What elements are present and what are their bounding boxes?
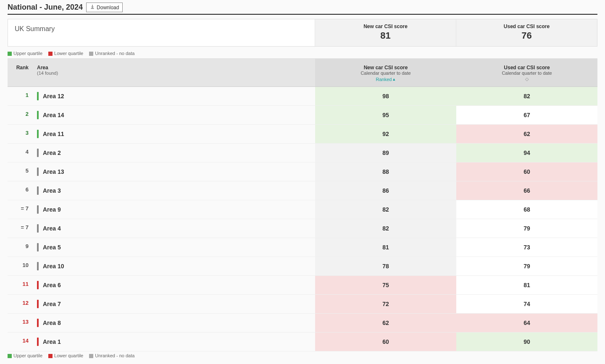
chevron-up-icon: ▴	[393, 76, 395, 82]
table-row[interactable]: 14Area 16090	[8, 333, 597, 351]
legend-top: Upper quartile Lower quartile Unranked -…	[8, 49, 597, 58]
rank-cell: 12	[8, 295, 33, 313]
table-header: Rank Area (14 found) New car CSI score C…	[8, 58, 597, 87]
used-score-cell: 74	[456, 295, 597, 313]
table-row[interactable]: 13Area 86264	[8, 314, 597, 333]
area-cell[interactable]: Area 2	[33, 144, 315, 162]
area-name: Area 4	[43, 225, 61, 232]
new-score-cell: 89	[315, 144, 456, 162]
summary-used-title: Used car CSI score	[456, 24, 597, 29]
legend-unranked: Unranked - no data	[89, 51, 134, 56]
title-row: National - June, 2024 Download	[8, 3, 597, 15]
used-score-cell: 79	[456, 257, 597, 275]
new-score-cell: 60	[315, 333, 456, 351]
used-score-cell: 64	[456, 314, 597, 332]
area-name: Area 7	[43, 301, 61, 307]
table-row[interactable]: 10Area 107879	[8, 257, 597, 276]
area-name: Area 12	[43, 93, 64, 100]
sort-new-score[interactable]: Ranked ▴	[376, 76, 396, 82]
quartile-bar-icon	[37, 224, 39, 233]
table-row[interactable]: 5Area 138860	[8, 162, 597, 181]
table-row[interactable]: 4Area 28994	[8, 144, 597, 162]
swatch-lower-icon	[48, 52, 53, 56]
rank-cell: 1	[8, 87, 33, 105]
area-name: Area 8	[43, 319, 61, 326]
used-score-cell: 81	[456, 276, 597, 294]
quartile-bar-icon	[37, 262, 39, 270]
area-cell[interactable]: Area 9	[33, 200, 315, 219]
area-cell[interactable]: Area 8	[33, 314, 315, 332]
quartile-bar-icon	[37, 130, 39, 138]
area-cell[interactable]: Area 11	[33, 125, 315, 143]
page-title: National - June, 2024	[8, 3, 83, 12]
new-score-cell: 88	[315, 162, 456, 181]
area-cell[interactable]: Area 5	[33, 238, 315, 257]
sort-used-score[interactable]: ◇	[525, 76, 529, 82]
quartile-bar-icon	[37, 205, 39, 214]
area-cell[interactable]: Area 3	[33, 181, 315, 200]
rank-cell: 10	[8, 257, 33, 275]
area-name: Area 5	[43, 244, 61, 251]
rank-cell: 14	[8, 333, 33, 351]
used-score-cell: 82	[456, 87, 597, 105]
area-cell[interactable]: Area 13	[33, 162, 315, 181]
rank-cell: = 7	[8, 219, 33, 238]
used-score-cell: 73	[456, 238, 597, 257]
new-score-cell: 82	[315, 219, 456, 238]
sort-icon: ◇	[525, 76, 529, 82]
quartile-bar-icon	[37, 243, 39, 251]
new-score-cell: 62	[315, 314, 456, 332]
area-cell[interactable]: Area 4	[33, 219, 315, 238]
quartile-bar-icon	[37, 281, 39, 289]
rank-cell: 11	[8, 276, 33, 294]
quartile-bar-icon	[37, 111, 39, 119]
new-score-cell: 82	[315, 200, 456, 219]
area-cell[interactable]: Area 1	[33, 333, 315, 351]
area-cell[interactable]: Area 6	[33, 276, 315, 294]
table-row[interactable]: 1Area 129882	[8, 87, 597, 106]
legend-upper-bottom: Upper quartile	[8, 353, 42, 358]
ranking-table: Rank Area (14 found) New car CSI score C…	[8, 58, 597, 351]
table-row[interactable]: = 7Area 48279	[8, 219, 597, 238]
summary-row: UK Summary New car CSI score 81 Used car…	[8, 19, 597, 47]
used-score-cell: 67	[456, 106, 597, 124]
quartile-bar-icon	[37, 168, 39, 176]
table-row[interactable]: 2Area 149567	[8, 106, 597, 125]
new-score-cell: 75	[315, 276, 456, 294]
table-row[interactable]: 3Area 119262	[8, 125, 597, 144]
summary-new-value: 81	[315, 30, 456, 41]
download-label: Download	[97, 5, 119, 10]
table-row[interactable]: 12Area 77274	[8, 295, 597, 314]
area-cell[interactable]: Area 7	[33, 295, 315, 313]
quartile-bar-icon	[37, 300, 39, 308]
quartile-bar-icon	[37, 186, 39, 195]
col-used-score-header[interactable]: Used car CSI score Calendar quarter to d…	[456, 59, 597, 86]
new-score-cell: 78	[315, 257, 456, 275]
summary-new-car: New car CSI score 81	[315, 19, 456, 46]
swatch-unranked-icon	[89, 52, 93, 56]
table-row[interactable]: 9Area 58173	[8, 238, 597, 257]
legend-upper: Upper quartile	[8, 51, 42, 56]
table-row[interactable]: 11Area 67581	[8, 276, 597, 295]
area-name: Area 11	[43, 131, 64, 137]
col-rank-header[interactable]: Rank	[8, 59, 33, 86]
new-score-cell: 92	[315, 125, 456, 143]
table-row[interactable]: 6Area 38666	[8, 181, 597, 200]
area-name: Area 9	[43, 206, 61, 213]
download-icon	[90, 4, 95, 10]
new-score-cell: 72	[315, 295, 456, 313]
summary-used-value: 76	[456, 30, 597, 41]
area-name: Area 2	[43, 149, 61, 156]
col-new-score-header[interactable]: New car CSI score Calendar quarter to da…	[315, 59, 456, 86]
used-score-cell: 79	[456, 219, 597, 238]
table-row[interactable]: = 7Area 98268	[8, 200, 597, 219]
area-cell[interactable]: Area 12	[33, 87, 315, 105]
area-cell[interactable]: Area 14	[33, 106, 315, 124]
area-cell[interactable]: Area 10	[33, 257, 315, 275]
col-area-header[interactable]: Area (14 found)	[33, 59, 315, 86]
rank-cell: 2	[8, 106, 33, 124]
legend-lower-bottom: Lower quartile	[48, 353, 83, 358]
legend-unranked-bottom: Unranked - no data	[89, 353, 134, 358]
area-name: Area 6	[43, 282, 61, 288]
download-button[interactable]: Download	[86, 3, 123, 12]
